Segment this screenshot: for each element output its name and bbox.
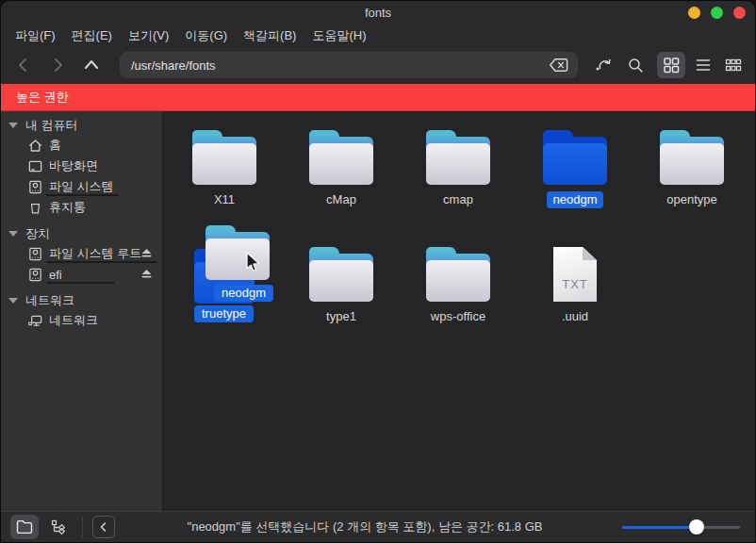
up-button[interactable]: [78, 52, 105, 78]
sidebar-item-efi[interactable]: efi: [1, 264, 162, 285]
home-icon: [27, 138, 43, 154]
sidebar-section-network[interactable]: 네트워크: [1, 290, 162, 310]
chevron-down-icon[interactable]: [8, 298, 18, 304]
refresh-button[interactable]: [591, 53, 616, 77]
file-item-type1[interactable]: type1: [289, 247, 393, 328]
banner-text: 높은 권한: [16, 89, 69, 106]
eject-icon: [140, 247, 153, 258]
file-item-label: cMap: [320, 191, 363, 208]
file-item-opentype[interactable]: opentype: [640, 130, 744, 211]
sidebar-item-network[interactable]: 네트워크: [1, 310, 162, 331]
file-item-x11[interactable]: X11: [173, 130, 276, 211]
titlebar[interactable]: fonts: [1, 1, 755, 25]
refresh-icon: [594, 56, 613, 74]
file-item-label: wps-office: [424, 308, 492, 325]
menu-help[interactable]: 도움말(H): [305, 25, 372, 46]
file-item-cmap-lower[interactable]: cmap: [406, 130, 510, 211]
list-view-icon: [694, 56, 713, 74]
treeview-panel-button[interactable]: [44, 515, 73, 539]
sidebar-section-computer[interactable]: 내 컴퓨터: [1, 115, 162, 135]
search-icon: [626, 56, 645, 74]
zoom-slider-handle[interactable]: [689, 519, 704, 535]
sidebar-section-devices[interactable]: 장치: [1, 223, 162, 243]
list-view-button[interactable]: [691, 53, 715, 77]
file-item-label: neodgm: [547, 191, 604, 208]
eject-button[interactable]: [140, 268, 153, 279]
folder-panel-icon: [15, 518, 34, 535]
sidebar-item-home[interactable]: 홈: [1, 135, 162, 156]
back-button[interactable]: [10, 52, 37, 78]
backspace-icon: [549, 58, 569, 73]
drag-ghost-label: neodgm: [214, 285, 273, 302]
clear-path-button[interactable]: [545, 55, 573, 75]
eject-button[interactable]: [140, 247, 153, 258]
sidebar-item-label: 네트워크: [49, 312, 98, 329]
menubar: 파일(F) 편집(E) 보기(V) 이동(G) 책갈피(B) 도움말(H): [1, 25, 755, 46]
up-icon: [81, 56, 102, 74]
status-message: "neodgm"를 선택했습니다 (2 개의 항목 포함), 남은 공간: 61…: [115, 518, 615, 535]
menu-bookmarks[interactable]: 책갈피(B): [237, 25, 303, 46]
statusbar-separator: [82, 517, 83, 537]
path-input[interactable]: /usr/share/fonts: [120, 52, 578, 78]
file-item-cmap-upper[interactable]: cMap: [289, 130, 393, 211]
menu-file[interactable]: 파일(F): [8, 25, 62, 46]
sidebar-item-label: 파일 시스템: [49, 178, 114, 195]
menu-edit[interactable]: 편집(E): [65, 25, 119, 46]
toolbar: /usr/share/fonts: [1, 46, 755, 84]
file-item-label: cmap: [436, 191, 480, 208]
folder-icon: [309, 247, 373, 302]
folder-icon: [660, 130, 724, 185]
file-item-label: type1: [320, 308, 363, 325]
sidebar-item-label: 파일 시스템 루트: [49, 245, 141, 262]
sidebar-item-filesystem[interactable]: 파일 시스템: [1, 176, 162, 197]
current-path: /usr/share/fonts: [131, 58, 216, 73]
menu-view[interactable]: 보기(V): [122, 25, 175, 46]
sidebar-item-label: efi: [49, 268, 62, 282]
folder-icon: [426, 247, 490, 302]
sidebar-item-trash[interactable]: 휴지통: [1, 197, 162, 218]
section-label: 네트워크: [25, 292, 74, 309]
zoom-slider[interactable]: [622, 518, 740, 535]
file-item-label: opentype: [660, 191, 724, 208]
folder-icon: [309, 130, 373, 185]
close-button[interactable]: [733, 7, 746, 19]
sidebar-item-desktop[interactable]: 바탕화면: [1, 156, 162, 176]
file-manager-window: fonts 파일(F) 편집(E) 보기(V) 이동(G) 책갈피(B) 도움말…: [0, 0, 756, 543]
elevated-privileges-banner: 높은 권한: [1, 84, 755, 111]
forward-button[interactable]: [44, 52, 71, 78]
eject-icon: [140, 268, 153, 279]
collapse-sidebar-button[interactable]: [92, 516, 115, 538]
menu-go[interactable]: 이동(G): [178, 25, 234, 46]
sidebar-item-filesystem-root[interactable]: 파일 시스템 루트: [1, 243, 162, 264]
icon-view-button[interactable]: [657, 52, 685, 78]
sidebar: 내 컴퓨터 홈 바탕화면 파일 시스템: [1, 111, 163, 511]
back-icon: [14, 56, 33, 74]
places-panel-button[interactable]: [10, 515, 39, 539]
folder-icon-selected: [543, 130, 607, 185]
search-button[interactable]: [623, 53, 648, 77]
window-title: fonts: [1, 1, 755, 25]
file-item-neodgm[interactable]: neodgm: [523, 130, 627, 211]
file-item-uuid[interactable]: TXT .uuid: [523, 247, 627, 328]
chevron-left-icon: [97, 520, 110, 534]
txt-file-icon: TXT: [553, 247, 597, 302]
chevron-down-icon[interactable]: [8, 123, 18, 128]
tree-panel-icon: [50, 518, 67, 535]
folder-icon: [192, 130, 256, 185]
file-item-wps-office[interactable]: wps-office: [406, 247, 510, 328]
disk-usage-bar: [46, 261, 156, 263]
section-label: 장치: [25, 225, 50, 242]
file-view[interactable]: X11 cMap cmap neodgm opentype: [163, 111, 755, 511]
compact-view-button[interactable]: [721, 53, 746, 77]
section-label: 내 컴퓨터: [25, 117, 78, 134]
maximize-button[interactable]: [711, 7, 723, 19]
minimize-button[interactable]: [688, 7, 700, 19]
disk-usage-bar: [46, 282, 114, 284]
txt-badge: TXT: [553, 277, 597, 291]
sidebar-item-label: 휴지통: [49, 199, 86, 216]
file-item-label: X11: [207, 191, 241, 208]
network-icon: [27, 313, 43, 329]
chevron-down-icon[interactable]: [8, 231, 18, 237]
trash-icon: [27, 200, 43, 216]
sidebar-item-label: 홈: [49, 137, 61, 154]
